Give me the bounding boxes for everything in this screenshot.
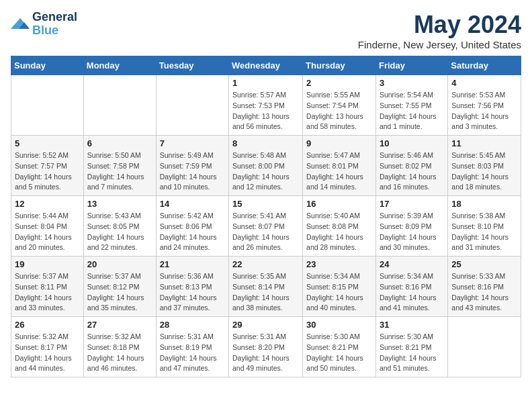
- calendar-cell: 25Sunrise: 5:33 AMSunset: 8:16 PMDayligh…: [448, 257, 521, 317]
- week-row-2: 5Sunrise: 5:52 AMSunset: 7:57 PMDaylight…: [11, 136, 521, 196]
- day-number: 25: [451, 259, 517, 269]
- logo-line2: Blue: [32, 24, 77, 38]
- header-saturday: Saturday: [448, 56, 521, 75]
- calendar-cell: [11, 75, 84, 136]
- day-number: 10: [380, 138, 444, 148]
- day-info: Sunrise: 5:34 AMSunset: 8:16 PMDaylight:…: [380, 271, 444, 314]
- day-number: 5: [15, 138, 80, 148]
- day-info: Sunrise: 5:42 AMSunset: 8:06 PMDaylight:…: [160, 211, 225, 253]
- calendar-cell: 8Sunrise: 5:48 AMSunset: 8:00 PMDaylight…: [229, 136, 303, 196]
- calendar-cell: 21Sunrise: 5:36 AMSunset: 8:13 PMDayligh…: [156, 257, 228, 317]
- calendar-cell: 12Sunrise: 5:44 AMSunset: 8:04 PMDayligh…: [11, 196, 84, 257]
- calendar-cell: 31Sunrise: 5:30 AMSunset: 8:21 PMDayligh…: [375, 317, 447, 377]
- calendar-cell: 17Sunrise: 5:39 AMSunset: 8:09 PMDayligh…: [375, 196, 447, 257]
- day-number: 28: [160, 320, 225, 330]
- header-monday: Monday: [83, 56, 156, 75]
- calendar-cell: 5Sunrise: 5:52 AMSunset: 7:57 PMDaylight…: [11, 136, 84, 196]
- calendar-cell: 11Sunrise: 5:45 AMSunset: 8:03 PMDayligh…: [448, 136, 521, 196]
- logo-line1: General: [32, 11, 77, 24]
- day-number: 26: [15, 320, 80, 330]
- calendar-cell: 22Sunrise: 5:35 AMSunset: 8:14 PMDayligh…: [229, 257, 303, 317]
- day-number: 23: [306, 259, 372, 269]
- day-number: 14: [160, 199, 225, 209]
- header-friday: Friday: [375, 56, 447, 75]
- logo-icon: [11, 17, 30, 32]
- day-number: 21: [160, 259, 225, 269]
- day-number: 19: [15, 259, 80, 269]
- day-info: Sunrise: 5:30 AMSunset: 8:21 PMDaylight:…: [306, 332, 372, 374]
- calendar-cell: [448, 317, 521, 377]
- day-info: Sunrise: 5:45 AMSunset: 8:03 PMDaylight:…: [451, 150, 517, 193]
- day-number: 31: [380, 320, 444, 330]
- calendar-cell: 2Sunrise: 5:55 AMSunset: 7:54 PMDaylight…: [303, 75, 376, 136]
- day-number: 17: [380, 199, 444, 209]
- day-info: Sunrise: 5:32 AMSunset: 8:17 PMDaylight:…: [15, 332, 80, 374]
- day-number: 18: [451, 199, 517, 209]
- calendar-cell: 4Sunrise: 5:53 AMSunset: 7:56 PMDaylight…: [448, 75, 521, 136]
- day-number: 30: [306, 320, 372, 330]
- calendar-cell: 10Sunrise: 5:46 AMSunset: 8:02 PMDayligh…: [375, 136, 447, 196]
- day-number: 12: [15, 199, 80, 209]
- day-number: 22: [232, 259, 299, 269]
- calendar-cell: 14Sunrise: 5:42 AMSunset: 8:06 PMDayligh…: [156, 196, 228, 257]
- calendar-cell: 30Sunrise: 5:30 AMSunset: 8:21 PMDayligh…: [303, 317, 376, 377]
- calendar-cell: 15Sunrise: 5:41 AMSunset: 8:07 PMDayligh…: [229, 196, 303, 257]
- day-info: Sunrise: 5:49 AMSunset: 7:59 PMDaylight:…: [160, 150, 225, 193]
- day-info: Sunrise: 5:55 AMSunset: 7:54 PMDaylight:…: [306, 90, 372, 132]
- calendar-table: SundayMondayTuesdayWednesdayThursdayFrid…: [11, 56, 521, 377]
- calendar-title: May 2024: [358, 11, 521, 39]
- calendar-cell: 19Sunrise: 5:37 AMSunset: 8:11 PMDayligh…: [11, 257, 84, 317]
- calendar-cell: 23Sunrise: 5:34 AMSunset: 8:15 PMDayligh…: [303, 257, 376, 317]
- day-info: Sunrise: 5:40 AMSunset: 8:08 PMDaylight:…: [306, 211, 372, 253]
- day-number: 4: [451, 78, 517, 88]
- day-info: Sunrise: 5:52 AMSunset: 7:57 PMDaylight:…: [15, 150, 80, 193]
- day-info: Sunrise: 5:34 AMSunset: 8:15 PMDaylight:…: [306, 271, 372, 314]
- day-info: Sunrise: 5:37 AMSunset: 8:12 PMDaylight:…: [87, 271, 152, 314]
- day-number: 2: [306, 78, 372, 88]
- day-info: Sunrise: 5:31 AMSunset: 8:19 PMDaylight:…: [160, 332, 225, 374]
- day-info: Sunrise: 5:41 AMSunset: 8:07 PMDaylight:…: [232, 211, 299, 253]
- calendar-cell: 13Sunrise: 5:43 AMSunset: 8:05 PMDayligh…: [83, 196, 156, 257]
- header-tuesday: Tuesday: [156, 56, 228, 75]
- day-number: 1: [232, 78, 299, 88]
- day-number: 3: [380, 78, 444, 88]
- calendar-cell: 29Sunrise: 5:31 AMSunset: 8:20 PMDayligh…: [229, 317, 303, 377]
- day-number: 8: [232, 138, 299, 148]
- calendar-cell: 18Sunrise: 5:38 AMSunset: 8:10 PMDayligh…: [448, 196, 521, 257]
- day-number: 6: [87, 138, 152, 148]
- day-info: Sunrise: 5:53 AMSunset: 7:56 PMDaylight:…: [451, 90, 517, 132]
- calendar-cell: 26Sunrise: 5:32 AMSunset: 8:17 PMDayligh…: [11, 317, 84, 377]
- day-info: Sunrise: 5:43 AMSunset: 8:05 PMDaylight:…: [87, 211, 152, 253]
- day-info: Sunrise: 5:54 AMSunset: 7:55 PMDaylight:…: [380, 90, 444, 132]
- day-info: Sunrise: 5:39 AMSunset: 8:09 PMDaylight:…: [380, 211, 444, 253]
- day-number: 7: [160, 138, 225, 148]
- calendar-cell: [83, 75, 156, 136]
- day-info: Sunrise: 5:50 AMSunset: 7:58 PMDaylight:…: [87, 150, 152, 193]
- day-number: 9: [306, 138, 372, 148]
- day-number: 24: [380, 259, 444, 269]
- day-number: 15: [232, 199, 299, 209]
- header-thursday: Thursday: [303, 56, 376, 75]
- week-row-4: 19Sunrise: 5:37 AMSunset: 8:11 PMDayligh…: [11, 257, 521, 317]
- day-info: Sunrise: 5:30 AMSunset: 8:21 PMDaylight:…: [380, 332, 444, 374]
- day-number: 27: [87, 320, 152, 330]
- logo: General Blue: [11, 11, 77, 38]
- day-number: 13: [87, 199, 152, 209]
- day-info: Sunrise: 5:46 AMSunset: 8:02 PMDaylight:…: [380, 150, 444, 193]
- calendar-cell: 20Sunrise: 5:37 AMSunset: 8:12 PMDayligh…: [83, 257, 156, 317]
- day-info: Sunrise: 5:57 AMSunset: 7:53 PMDaylight:…: [232, 90, 299, 132]
- title-area: May 2024 Finderne, New Jersey, United St…: [358, 11, 521, 50]
- week-row-5: 26Sunrise: 5:32 AMSunset: 8:17 PMDayligh…: [11, 317, 521, 377]
- day-info: Sunrise: 5:37 AMSunset: 8:11 PMDaylight:…: [15, 271, 80, 314]
- day-info: Sunrise: 5:48 AMSunset: 8:00 PMDaylight:…: [232, 150, 299, 193]
- header-sunday: Sunday: [11, 56, 84, 75]
- calendar-cell: 3Sunrise: 5:54 AMSunset: 7:55 PMDaylight…: [375, 75, 447, 136]
- page-header: General Blue May 2024 Finderne, New Jers…: [11, 11, 521, 50]
- day-info: Sunrise: 5:47 AMSunset: 8:01 PMDaylight:…: [306, 150, 372, 193]
- calendar-cell: 6Sunrise: 5:50 AMSunset: 7:58 PMDaylight…: [83, 136, 156, 196]
- calendar-cell: 1Sunrise: 5:57 AMSunset: 7:53 PMDaylight…: [229, 75, 303, 136]
- calendar-cell: 16Sunrise: 5:40 AMSunset: 8:08 PMDayligh…: [303, 196, 376, 257]
- calendar-cell: 7Sunrise: 5:49 AMSunset: 7:59 PMDaylight…: [156, 136, 228, 196]
- day-info: Sunrise: 5:44 AMSunset: 8:04 PMDaylight:…: [15, 211, 80, 253]
- day-number: 20: [87, 259, 152, 269]
